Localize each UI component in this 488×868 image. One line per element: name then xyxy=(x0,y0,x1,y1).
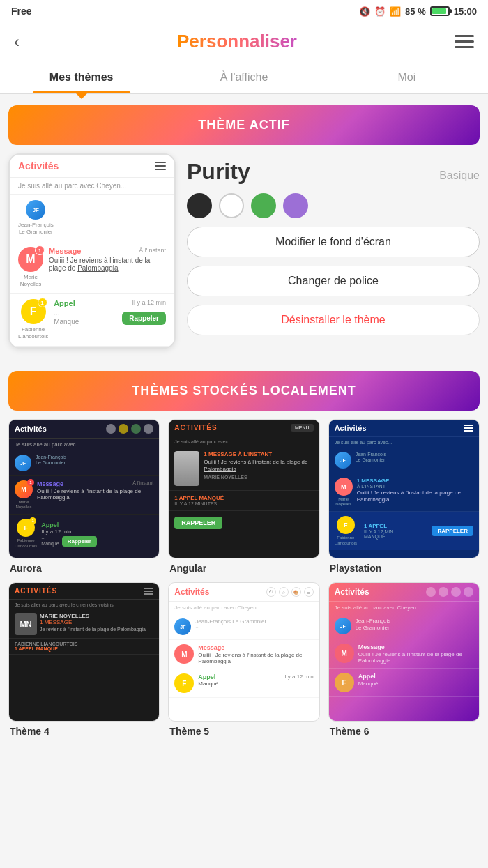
preview-marie-row: M 1 MarieNoyelles Message À l'instant Ou… xyxy=(10,241,174,294)
stored-themes-section: THÈMES STOCKÉS LOCALEMENT Activités Je s xyxy=(0,371,488,748)
theme-phone-preview: Activités Je suis allé au parc avec Chey… xyxy=(8,153,176,349)
menu-button[interactable] xyxy=(455,35,474,48)
tab-bar: Mes thèmes À l'affiche Moi xyxy=(0,61,488,94)
tab-a-laffiche[interactable]: À l'affiche xyxy=(162,61,325,93)
stored-themes-header: THÈMES STOCKÉS LOCALEMENT xyxy=(8,371,480,411)
aurora-label: Aurora xyxy=(8,563,160,574)
active-theme-content: Activités Je suis allé au parc avec Chey… xyxy=(0,153,488,360)
preview-menu-icon xyxy=(155,162,166,170)
theme-card-aurora[interactable]: Activités Je suis allé au parc avec... J… xyxy=(8,419,160,574)
preview-fabienne-row: F 1 FabienneLiancourtois Appel Il y a 12… xyxy=(10,294,174,346)
preview-jf-row: JF Jean-FrançoisLe Gramonier xyxy=(10,195,174,241)
theme-card-4[interactable]: ACTIVITÉS Je suis aller au parc avec le … xyxy=(8,582,160,737)
battery-icon xyxy=(430,6,450,16)
playstation-label: Playstation xyxy=(328,563,480,574)
change-font-button[interactable]: Changer de police xyxy=(187,266,480,296)
theme-card-angular[interactable]: ACTIVITÉS MENU Je suis allé au parc avec… xyxy=(168,419,319,574)
status-bar: Free 🔇 ⏰ 📶 85 % 15:00 xyxy=(0,0,488,22)
page-title: Personnaliser xyxy=(177,31,297,52)
clock-label: 15:00 xyxy=(454,6,477,17)
themes-grid: Activités Je suis allé au parc avec... J… xyxy=(0,419,488,737)
rappeler-button[interactable]: Rappeler xyxy=(122,312,166,325)
preview-title: Activités xyxy=(18,160,59,172)
swatch-green[interactable] xyxy=(251,193,276,218)
theme4-label: Thème 4 xyxy=(8,726,160,737)
battery-pct: 85 % xyxy=(405,6,426,17)
theme-type: Basique xyxy=(439,169,480,182)
status-icons: 🔇 ⏰ 📶 85 % 15:00 xyxy=(359,6,477,17)
preview-fabienne-avatar: F 1 xyxy=(21,299,46,324)
theme-card-playstation[interactable]: Activités Je suis allé au parc avec... J… xyxy=(328,419,480,574)
back-button[interactable]: ‹ xyxy=(14,32,20,52)
angular-label: Angular xyxy=(168,563,319,574)
swatch-purple[interactable] xyxy=(283,193,308,218)
theme-info-panel: Purity Basique Modifier le fond d'écran … xyxy=(187,153,480,349)
active-theme-header: THÈME ACTIF xyxy=(8,105,480,145)
signal-icon: 📶 xyxy=(390,6,401,17)
swatch-white[interactable] xyxy=(219,193,244,218)
alarm-icon: ⏰ xyxy=(374,6,386,17)
color-swatches xyxy=(187,193,480,218)
swatch-black[interactable] xyxy=(187,193,212,218)
tab-moi[interactable]: Moi xyxy=(326,61,488,93)
tab-mes-themes[interactable]: Mes thèmes xyxy=(0,61,162,93)
preview-jf-avatar: JF xyxy=(26,200,45,220)
carrier-label: Free xyxy=(11,6,32,17)
theme6-label: Thème 6 xyxy=(328,726,480,737)
theme-name: Purity xyxy=(187,159,250,185)
preview-activity: Je suis allé au parc avec Cheyen... xyxy=(10,178,174,195)
modify-bg-button[interactable]: Modifier le fond d'écran xyxy=(187,227,480,257)
theme-card-6[interactable]: Activités Je suis allé au parc avec Chey… xyxy=(328,582,480,737)
uninstall-button[interactable]: Désinstaller le thème xyxy=(187,305,480,335)
app-header: ‹ Personnaliser xyxy=(0,22,488,61)
preview-marie-avatar: M 1 xyxy=(18,247,43,272)
theme5-label: Thème 5 xyxy=(168,726,319,737)
mute-icon: 🔇 xyxy=(359,6,370,17)
theme-card-5[interactable]: Activités ⏱ ☆ 🎨 ☰ Je suis allé au parc a… xyxy=(168,582,319,737)
